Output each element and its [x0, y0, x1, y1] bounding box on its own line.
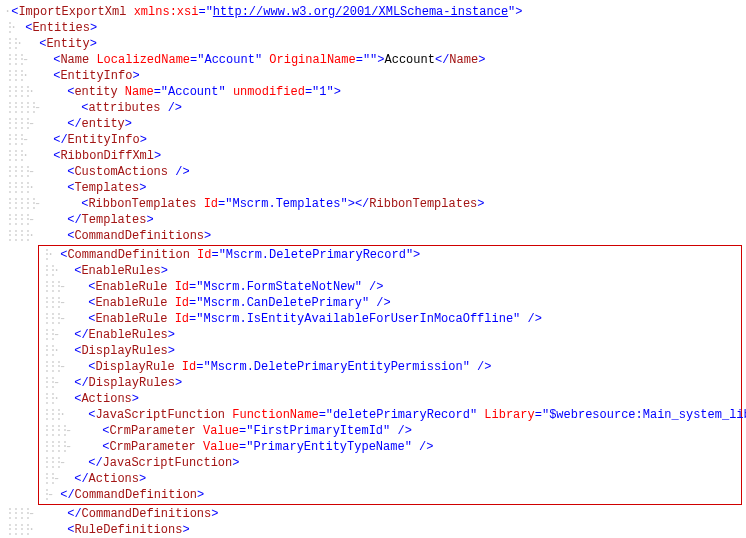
xml-line: ⋮⋮⋮⋮-<CustomActions /> [4, 164, 742, 180]
xml-line: ⋮⋮·<Entity> [4, 36, 742, 52]
xml-line: ⋮⋮⋮⋮·<CommandDefinitions> [4, 228, 742, 244]
xml-line: ⋮·<Entities> [4, 20, 742, 36]
xml-line: ⋮⋮⋮-</EntityInfo> [4, 132, 742, 148]
xml-line: ⋮⋮⋮⋮·<entity Name="Account" unmodified="… [4, 84, 742, 100]
xml-line: ⋮⋮·<EnableRules> [41, 263, 739, 279]
xml-line: ⋮⋮⋮⋮-</CommandDefinitions> [4, 506, 742, 522]
xml-line: ⋮⋮-</DisplayRules> [41, 375, 739, 391]
xml-line: ⋮⋮⋮·<EntityInfo> [4, 68, 742, 84]
xml-line: ⋮⋮⋮-<EnableRule Id="Mscrm.IsEntityAvaila… [41, 311, 739, 327]
xml-line: ⋮⋮⋮⋮-<CrmParameter Value="PrimaryEntityT… [41, 439, 739, 455]
xml-line: ⋮⋮⋮⋮-</entity> [4, 116, 742, 132]
xml-line: ⋮⋮·<Actions> [41, 391, 739, 407]
xml-line: ⋮⋮⋮⋮·<RuleDefinitions> [4, 522, 742, 538]
xml-editor[interactable]: ·<ImportExportXml xmlns:xsi="http://www.… [4, 4, 742, 538]
xml-line: ⋮⋮⋮⋮·<Templates> [4, 180, 742, 196]
xml-line: ⋮⋮⋮⋮-<CrmParameter Value="FirstPrimaryIt… [41, 423, 739, 439]
xml-line: ⋮-</CommandDefinition> [41, 487, 739, 503]
xml-line: ⋮⋮⋮·<JavaScriptFunction FunctionName="de… [41, 407, 739, 423]
xml-line: ⋮⋮⋮⋮-</Templates> [4, 212, 742, 228]
xml-line: ⋮⋮⋮⋮⋮-<attributes /> [4, 100, 742, 116]
xml-line: ⋮⋮⋮-<EnableRule Id="Mscrm.CanDeletePrima… [41, 295, 739, 311]
xml-line: ⋮⋮-</EnableRules> [41, 327, 739, 343]
xml-line: ⋮⋮⋮⋮⋮-<RibbonTemplates Id="Mscrm.Templat… [4, 196, 742, 212]
xml-line: ⋮⋮⋮-<DisplayRule Id="Mscrm.DeletePrimary… [41, 359, 739, 375]
xml-line: ⋮⋮·<DisplayRules> [41, 343, 739, 359]
xml-line: ·<ImportExportXml xmlns:xsi="http://www.… [4, 4, 742, 20]
xml-line: ⋮⋮⋮-<EnableRule Id="Mscrm.FormStateNotNe… [41, 279, 739, 295]
xml-line: ⋮⋮⋮·<RibbonDiffXml> [4, 148, 742, 164]
xml-line: ⋮⋮⋮-</JavaScriptFunction> [41, 455, 739, 471]
xml-line: ⋮·<CommandDefinition Id="Mscrm.DeletePri… [41, 247, 739, 263]
xml-line: ⋮⋮-</Actions> [41, 471, 739, 487]
xml-line: ⋮⋮⋮-<Name LocalizedName="Account" Origin… [4, 52, 742, 68]
highlighted-block: ⋮·<CommandDefinition Id="Mscrm.DeletePri… [38, 245, 742, 505]
